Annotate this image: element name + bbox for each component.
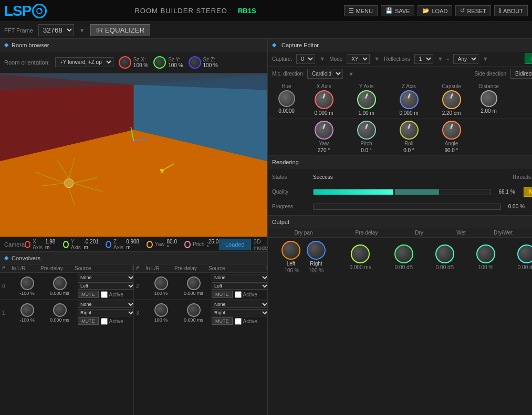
distance-group: Distance 2.00 m [474, 83, 503, 116]
row-3-active-label[interactable]: Active [235, 318, 257, 325]
any-arrow: ▼ [483, 56, 488, 62]
wet-col: Wet [440, 230, 482, 236]
sz-x-knob[interactable] [119, 56, 131, 69]
row-3-inlr-knob[interactable] [154, 303, 168, 317]
row-0-number: 0 [2, 283, 12, 289]
wet-knob[interactable] [435, 244, 454, 263]
pre-delay-knob[interactable] [351, 244, 370, 263]
row-3-mute-button[interactable]: MUTE [212, 317, 233, 325]
row-0-inlr-knob[interactable] [20, 276, 34, 290]
mic-direction-row: Mic. direction Cardioid ▼ Side direction… [268, 67, 532, 81]
row-2-active-checkbox[interactable] [235, 291, 242, 298]
dry-pan-left-knob[interactable] [281, 241, 300, 260]
row-2-inlr: 100 % [147, 276, 175, 296]
reset-button[interactable]: ↺ RESET [455, 5, 491, 16]
orientation-select[interactable]: +Y forward, +Z up [55, 57, 113, 67]
load-button[interactable]: 📂 LOAD [418, 5, 452, 16]
3d-viewport[interactable] [0, 73, 267, 237]
row-3-inlr: 100 % [147, 303, 175, 323]
row-0-predelay-val: 0.000 ms [50, 291, 69, 296]
dry-col: Dry [398, 230, 440, 236]
dry-pan-right-knob[interactable] [307, 241, 326, 260]
row-2-source-bottom-select[interactable]: Left [212, 282, 267, 290]
right-convolvers: # In L/R Pre-delay Source Makeup Out L/R… [134, 264, 267, 415]
dry-pan-right-label: Right [310, 261, 322, 267]
row-1-source-top-select[interactable]: None [78, 301, 134, 308]
output-col: Output [524, 230, 532, 236]
row-2-mute-button[interactable]: MUTE [212, 291, 233, 298]
dry-knob[interactable] [394, 244, 413, 263]
col-hash: # [2, 265, 12, 271]
dry-wet-knob[interactable] [476, 244, 495, 263]
row-2-predelay-knob[interactable] [187, 276, 201, 290]
yaw-knob[interactable] [315, 121, 333, 140]
pitch-knob[interactable] [357, 121, 376, 140]
cap-z-axis-knob[interactable] [400, 90, 419, 109]
camera-x-axis: X Axis 1.98 m [25, 239, 56, 250]
distance-knob[interactable] [481, 90, 497, 107]
about-button[interactable]: ℹ ABOUT [494, 5, 528, 16]
mic-direction-select[interactable]: Cardioid [307, 69, 343, 79]
capture-select[interactable]: 0 [296, 54, 315, 64]
yaw-value: 270 ° [318, 147, 330, 153]
row-1-active-checkbox[interactable] [101, 318, 108, 325]
row-3-active-checkbox[interactable] [235, 318, 242, 325]
fft-frame-select[interactable]: 32768 [38, 24, 74, 36]
app-title: ROOM BUILDER STEREO [134, 7, 227, 15]
row-2-inlr-knob[interactable] [154, 276, 168, 290]
sz-y-knob[interactable] [153, 56, 166, 69]
output-knob[interactable] [517, 244, 532, 263]
row-0-predelay-knob[interactable] [53, 276, 67, 290]
yaw-label: Yaw [155, 241, 165, 247]
row-1-active-label[interactable]: Active [101, 318, 123, 325]
sz-z-knob[interactable] [189, 56, 201, 69]
capture-label: Capture: [272, 56, 292, 62]
hue-knob[interactable] [278, 90, 295, 107]
capsule-knob[interactable] [442, 90, 461, 109]
loaded-button[interactable]: Loaded [220, 239, 251, 250]
row-3-inlr-val: 100 % [154, 317, 168, 323]
mode-select[interactable]: XY [347, 54, 370, 64]
row-2-source-top-select[interactable]: None [212, 274, 267, 281]
row-3-predelay-knob[interactable] [187, 303, 201, 317]
quality-bar[interactable] [313, 189, 491, 195]
enabled-button[interactable]: ENABLED [525, 54, 532, 64]
model-label: 3D model [254, 238, 269, 251]
angle-group: Angle 90.0 ° [432, 121, 471, 153]
capture-arrow: ▼ [319, 56, 325, 62]
row-1-predelay-knob[interactable] [53, 303, 67, 317]
row-0-source-top-select[interactable]: None [78, 274, 134, 281]
any-select[interactable]: Any [453, 54, 478, 64]
row-3-source-bottom-select[interactable]: Right [212, 309, 267, 316]
save-button[interactable]: 💾 SAVE [381, 5, 415, 16]
conv-row-3: 3 100 % 0.000 ms None Right [134, 300, 267, 326]
fft-label: FFT Frame [4, 27, 33, 34]
capture-editor-title: Capture Editor [281, 42, 319, 48]
normalize-button[interactable]: NORMALIZE [524, 187, 532, 197]
row-0-source-bottom-select[interactable]: Left [78, 282, 134, 290]
roll-knob[interactable] [400, 121, 419, 140]
reflections-select[interactable]: 1 [414, 54, 433, 64]
row-0-active-checkbox[interactable] [101, 291, 108, 298]
ir-equalizer-button[interactable]: IR EQUALIZER [90, 24, 151, 36]
row-1-mute-button[interactable]: MUTE [78, 317, 99, 325]
status-row: Status Success Threads 4 ▼ [272, 171, 532, 184]
roll-label: Roll [404, 141, 413, 146]
cap-x-axis-knob[interactable] [315, 90, 333, 109]
row-1-inlr-knob[interactable] [20, 303, 34, 317]
row-2-active-label[interactable]: Active [235, 291, 257, 298]
row-3-source-top-select[interactable]: None [212, 301, 267, 308]
cap-y-axis-knob[interactable] [357, 90, 376, 109]
dry-pan-left: Left -100 % [281, 241, 300, 273]
row-0-active-label[interactable]: Active [101, 291, 123, 298]
reflections-arrow: ▼ [437, 56, 443, 62]
menu-button[interactable]: ☰ MENU [344, 5, 378, 16]
quality-label: Quality [272, 189, 309, 195]
side-direction-select[interactable]: Bidirectional [510, 69, 532, 79]
sz-x-label: Sz X: [133, 57, 148, 62]
output-value: 0.00 dB [518, 264, 532, 270]
row-3-predelay: 0.000 ms [176, 303, 211, 323]
row-0-mute-button[interactable]: MUTE [78, 291, 99, 298]
angle-knob[interactable] [442, 121, 461, 140]
row-1-source-bottom-select[interactable]: Right [78, 309, 134, 316]
